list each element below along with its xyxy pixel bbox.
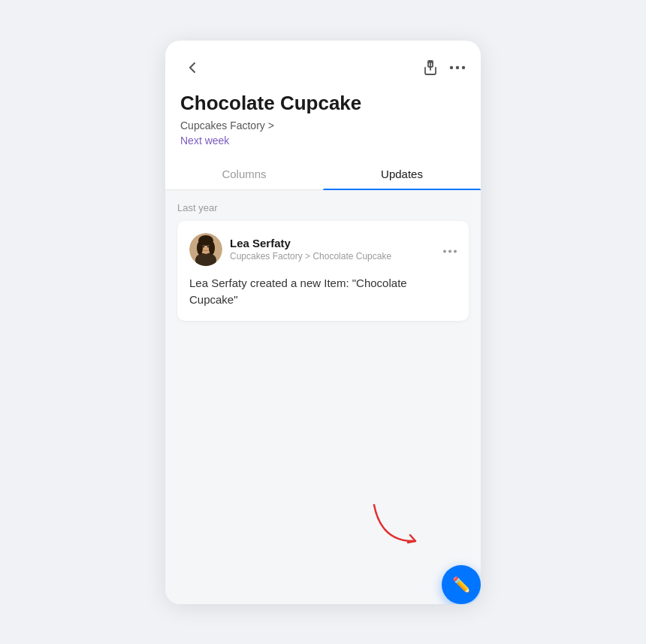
- back-button[interactable]: [180, 56, 204, 80]
- svg-point-9: [209, 241, 215, 255]
- arrow-indicator: [367, 497, 427, 550]
- edit-icon: ✏️: [452, 576, 471, 594]
- phone-card: Chocolate Cupcake Cupcakes Factory > Nex…: [165, 41, 481, 604]
- card-more-icon: [443, 249, 457, 253]
- back-icon: [185, 60, 200, 75]
- update-card-header: Lea Serfaty Cupcakes Factory > Chocolate…: [189, 233, 457, 266]
- user-info: Lea Serfaty Cupcakes Factory > Chocolate…: [189, 233, 391, 266]
- svg-point-12: [443, 250, 446, 253]
- date-label: Next week: [180, 135, 466, 147]
- header: Chocolate Cupcake Cupcakes Factory > Nex…: [165, 41, 481, 159]
- page-title: Chocolate Cupcake: [180, 92, 466, 115]
- tab-updates[interactable]: Updates: [323, 159, 481, 189]
- svg-point-2: [456, 65, 459, 68]
- header-actions: [422, 59, 466, 76]
- more-button[interactable]: [449, 65, 466, 70]
- more-icon: [449, 65, 466, 70]
- svg-point-1: [450, 65, 453, 68]
- svg-point-10: [203, 245, 204, 247]
- content-area: Last year: [165, 190, 481, 604]
- user-name: Lea Serfaty: [230, 237, 391, 249]
- tab-columns[interactable]: Columns: [165, 159, 323, 189]
- svg-point-14: [454, 250, 457, 253]
- breadcrumb[interactable]: Cupcakes Factory >: [180, 119, 466, 132]
- svg-point-13: [448, 250, 451, 253]
- section-label: Last year: [177, 202, 469, 213]
- fab-edit-button[interactable]: ✏️: [442, 565, 481, 604]
- share-icon: [422, 59, 439, 76]
- update-card: Lea Serfaty Cupcakes Factory > Chocolate…: [177, 221, 469, 321]
- update-text: Lea Serfaty created a new Item: "Chocola…: [189, 275, 457, 309]
- svg-point-11: [207, 245, 209, 247]
- tabs: Columns Updates: [165, 159, 481, 190]
- svg-point-3: [462, 65, 465, 68]
- share-button[interactable]: [422, 59, 439, 76]
- card-more-button[interactable]: [443, 241, 457, 257]
- user-path: Cupcakes Factory > Chocolate Cupcake: [230, 251, 391, 262]
- header-top: [180, 56, 466, 80]
- user-details: Lea Serfaty Cupcakes Factory > Chocolate…: [230, 237, 391, 262]
- avatar: [189, 233, 222, 266]
- svg-point-8: [197, 241, 203, 255]
